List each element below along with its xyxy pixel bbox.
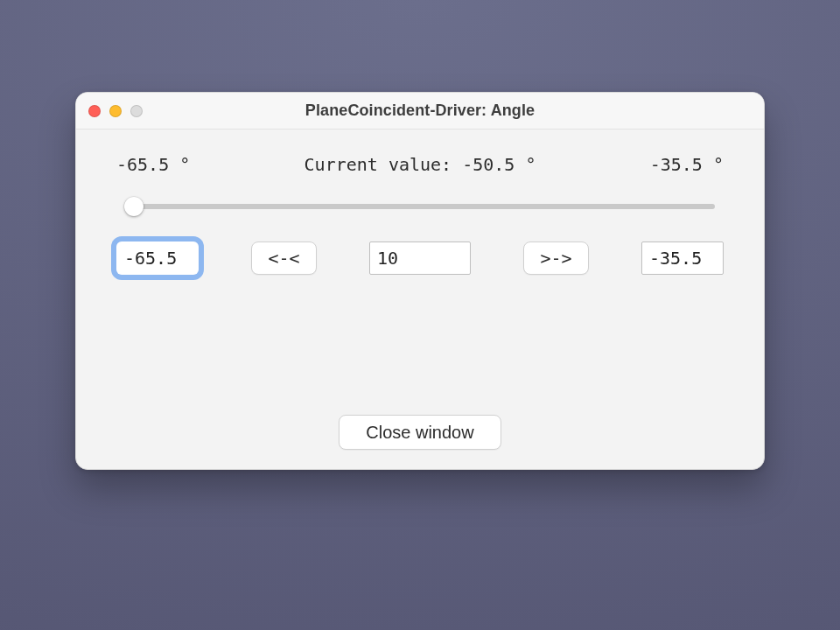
slider-track [125, 204, 715, 209]
titlebar: PlaneCoincident-Driver: Angle [76, 93, 764, 130]
slider-container [113, 198, 727, 215]
slider-thumb[interactable] [124, 197, 144, 216]
step-back-button[interactable]: <-< [251, 242, 316, 275]
minimize-icon[interactable] [109, 105, 122, 117]
dialog-footer: Close window [76, 415, 764, 450]
current-value-label: Current value: -50.5 ° [265, 154, 575, 175]
window-title: PlaneCoincident-Driver: Angle [305, 102, 535, 120]
step-size-input[interactable] [369, 242, 471, 275]
max-value-input[interactable] [641, 242, 724, 275]
range-min-label: -65.5 ° [116, 154, 265, 175]
zoom-icon [130, 105, 143, 117]
range-labels: -65.5 ° Current value: -50.5 ° -35.5 ° [113, 154, 727, 175]
dialog-content: -65.5 ° Current value: -50.5 ° -35.5 ° <… [76, 130, 764, 275]
driver-dialog: PlaneCoincident-Driver: Angle -65.5 ° Cu… [75, 92, 765, 470]
controls-row: <-< >-> [113, 242, 727, 275]
window-traffic-lights [88, 105, 143, 117]
angle-slider[interactable] [116, 198, 724, 215]
close-window-button[interactable]: Close window [339, 415, 500, 450]
min-value-input[interactable] [116, 242, 199, 275]
step-forward-button[interactable]: >-> [523, 242, 588, 275]
range-max-label: -35.5 ° [575, 154, 724, 175]
close-icon[interactable] [88, 105, 101, 117]
